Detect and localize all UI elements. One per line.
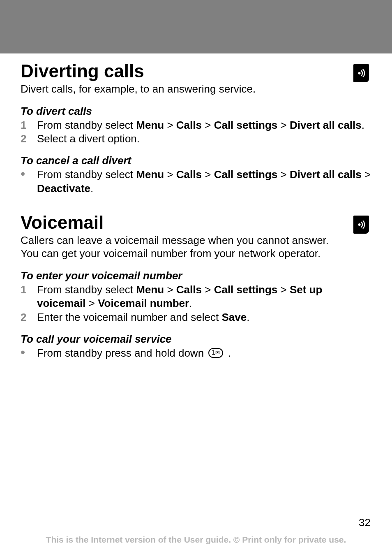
- menu-path-word: Calls: [176, 283, 202, 296]
- list-text: .: [247, 311, 249, 323]
- section-2-intro: Callers can leave a voicemail message wh…: [21, 234, 349, 260]
- sim-signal-icon: [353, 64, 369, 82]
- menu-path-word: Menu: [136, 283, 164, 296]
- list-text: Select a divert option.: [37, 132, 140, 145]
- menu-path-word: Call settings: [214, 119, 278, 131]
- footer-notice: This is the Internet version of the User…: [21, 535, 371, 557]
- section-2-sub1-heading: To enter your voicemail number: [21, 269, 371, 282]
- list-item: • From standby select Menu > Calls > Cal…: [21, 168, 371, 196]
- menu-path-word: Call settings: [214, 283, 278, 296]
- list-text: From standby select: [37, 119, 136, 131]
- list-item: 1 From standby select Menu > Calls > Cal…: [21, 283, 371, 311]
- list-text: .: [362, 119, 364, 131]
- list-item: 2 Select a divert option.: [21, 132, 371, 146]
- menu-path-word: Save: [221, 311, 247, 323]
- list-item: • From standby press and hold down 1✉ .: [21, 346, 371, 360]
- section-2-sub2-list: • From standby press and hold down 1✉ .: [21, 346, 371, 360]
- list-text: From standby select: [37, 283, 136, 296]
- page-body: Diverting calls Divert calls, for exampl…: [0, 53, 392, 557]
- menu-path-word: Calls: [176, 119, 202, 131]
- section-2-sub1-list: 1 From standby select Menu > Calls > Cal…: [21, 283, 371, 325]
- sim-signal-icon: [353, 216, 369, 234]
- menu-path-word: Calls: [176, 168, 202, 181]
- svg-point-0: [359, 72, 360, 74]
- list-marker: •: [21, 168, 33, 180]
- section-1-title: Diverting calls: [21, 61, 144, 81]
- menu-path-word: Voicemail number: [98, 297, 189, 309]
- list-marker: 1: [21, 118, 33, 132]
- envelope-icon: ✉: [215, 349, 220, 357]
- list-marker: 2: [21, 311, 33, 325]
- menu-path-word: Divert all calls: [290, 168, 362, 181]
- section-2-header-row: Voicemail: [21, 209, 371, 234]
- menu-path-word: Deactivate: [37, 182, 90, 195]
- list-text: Enter the voicemail number and select: [37, 311, 221, 323]
- page-number: 32: [21, 516, 371, 535]
- list-marker: •: [21, 346, 33, 358]
- top-margin: [0, 0, 392, 53]
- list-text: From standby select: [37, 168, 136, 181]
- menu-path-word: Divert all calls: [290, 119, 362, 131]
- section-1-sub2-heading: To cancel a call divert: [21, 154, 371, 167]
- page-content: Diverting calls Divert calls, for exampl…: [21, 58, 371, 516]
- section-1-sub2-list: • From standby select Menu > Calls > Cal…: [21, 168, 371, 196]
- key-digit: 1: [212, 349, 215, 356]
- section-2: Voicemail Callers can leave a voicemail …: [21, 209, 371, 360]
- section-2-sub2-heading: To call your voicemail service: [21, 333, 371, 346]
- menu-path-word: Menu: [136, 119, 164, 131]
- list-item: 2 Enter the voicemail number and select …: [21, 311, 371, 325]
- section-1-header-row: Diverting calls: [21, 58, 371, 82]
- section-1-sub1-heading: To divert calls: [21, 105, 371, 118]
- menu-path-word: Menu: [136, 168, 164, 181]
- section-1-intro: Divert calls, for example, to an answeri…: [21, 82, 349, 96]
- section-2-title: Voicemail: [21, 212, 104, 233]
- list-item: 1 From standby select Menu > Calls > Cal…: [21, 118, 371, 132]
- list-marker: 1: [21, 283, 33, 297]
- section-1-sub1-list: 1 From standby select Menu > Calls > Cal…: [21, 118, 371, 146]
- svg-point-1: [359, 224, 360, 225]
- key-1-voicemail-icon: 1✉: [208, 348, 223, 358]
- menu-path-word: Call settings: [214, 168, 278, 181]
- list-text: From standby press and hold down: [37, 347, 207, 359]
- list-text: .: [189, 297, 192, 309]
- list-marker: 2: [21, 132, 33, 146]
- list-text: .: [90, 182, 93, 195]
- list-text: .: [228, 347, 231, 359]
